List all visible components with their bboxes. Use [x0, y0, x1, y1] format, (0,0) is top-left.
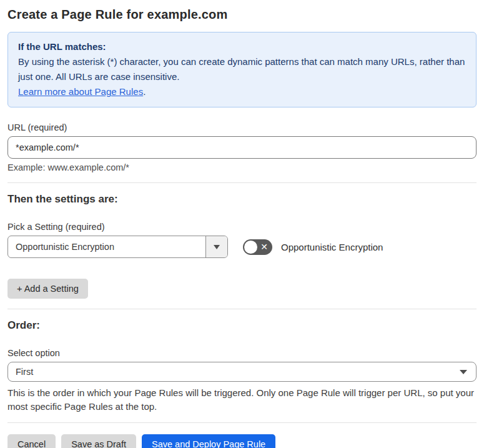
toggle-knob [244, 241, 257, 254]
page-title: Create a Page Rule for example.com [7, 7, 477, 22]
info-box-body: By using the asterisk (*) character, you… [18, 54, 466, 84]
setting-toggle-group: ✕ Opportunistic Encryption [243, 239, 383, 255]
create-page-rule-form: Create a Page Rule for example.com If th… [0, 0, 484, 448]
opportunistic-encryption-toggle[interactable]: ✕ [243, 239, 272, 255]
cancel-button[interactable]: Cancel [7, 434, 56, 448]
save-and-deploy-button[interactable]: Save and Deploy Page Rule [142, 434, 275, 448]
link-period: . [143, 86, 146, 97]
save-as-draft-button[interactable]: Save as Draft [61, 434, 136, 448]
url-field-label: URL (required) [7, 122, 477, 132]
chevron-down-icon [460, 370, 467, 374]
url-example-hint: Example: www.example.com/* [7, 162, 477, 172]
info-box-link-line: Learn more about Page Rules. [18, 84, 466, 99]
setting-picker-label: Pick a Setting (required) [7, 222, 477, 232]
url-input[interactable] [7, 136, 477, 159]
setting-dropdown-arrow-button[interactable] [205, 236, 227, 257]
toggle-label: Opportunistic Encryption [281, 242, 383, 252]
settings-section-heading: Then the settings are: [7, 193, 477, 206]
url-matches-info-box: If the URL matches: By using the asteris… [7, 32, 477, 107]
order-select[interactable]: First [7, 362, 477, 382]
divider [7, 309, 477, 309]
order-section-heading: Order: [7, 319, 477, 332]
divider [7, 422, 477, 423]
order-help-text: This is the order in which your Page Rul… [7, 386, 477, 414]
setting-dropdown-value: Opportunistic Encryption [8, 236, 205, 257]
order-select-value: First [16, 367, 33, 377]
caret-down-icon [214, 245, 220, 249]
footer-actions: Cancel Save as Draft Save and Deploy Pag… [7, 434, 477, 448]
setting-dropdown[interactable]: Opportunistic Encryption [7, 236, 228, 258]
learn-more-link[interactable]: Learn more about Page Rules [18, 86, 143, 97]
setting-row: Opportunistic Encryption ✕ Opportunistic… [7, 236, 477, 258]
add-setting-button[interactable]: + Add a Setting [7, 279, 88, 299]
divider [7, 182, 477, 183]
info-box-heading: If the URL matches: [18, 39, 466, 54]
order-select-label: Select option [7, 348, 477, 358]
toggle-off-x-icon: ✕ [260, 242, 268, 251]
